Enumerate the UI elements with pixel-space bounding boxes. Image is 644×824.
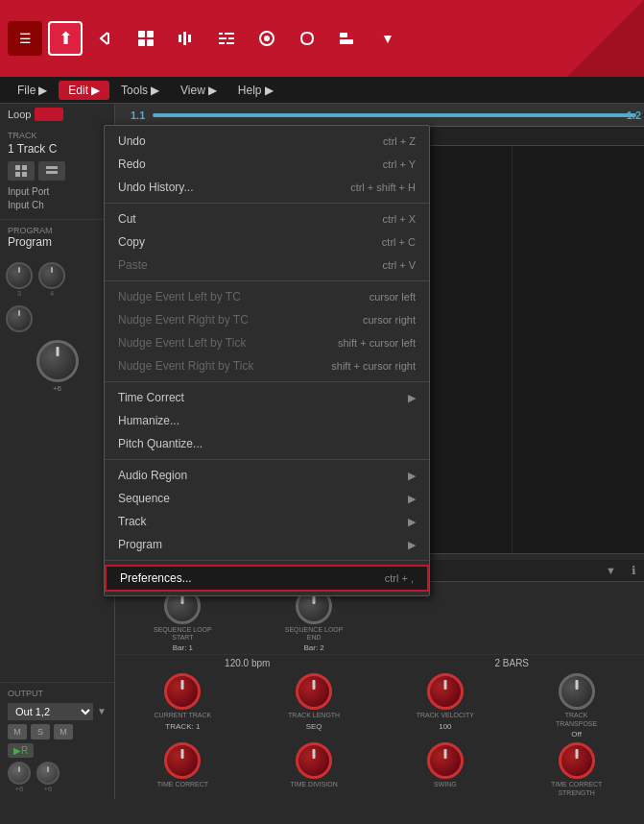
loop-icon [298, 29, 317, 48]
knob-current-track-knob[interactable] [164, 673, 201, 710]
menu-item-time-correct-label: Time Correct [118, 391, 184, 404]
knob-track-length-knob[interactable] [296, 673, 332, 710]
menu-tools-label: Tools [121, 84, 148, 97]
knob-track-length: TRACK LENGTH SEQ [250, 673, 378, 739]
toolbar-btn-4[interactable] [129, 21, 163, 56]
hamburger-icon: ☰ [19, 31, 32, 46]
sequence-arrow-icon: ▶ [408, 493, 416, 505]
separator-4 [105, 459, 429, 460]
menu-item-pitch-quantize[interactable]: Pitch Quantize... [105, 432, 429, 455]
knob-tc-strength-knob[interactable] [559, 742, 595, 779]
menu-item-redo[interactable]: Redo ctrl + Y [105, 153, 429, 176]
knob-swing-label: SWING [434, 781, 457, 788]
knob-swing: SWING [382, 742, 510, 797]
menu-bar: File ▶ Edit ▶ Tools ▶ View ▶ Help ▶ [0, 77, 644, 104]
output-select[interactable]: Out 1,2 [8, 703, 93, 720]
output-label: OUTPUT [8, 689, 107, 698]
menu-file-label: File ▶ [17, 84, 47, 97]
menu-item-sequence-label: Sequence [118, 492, 170, 505]
toolbar-btn-7[interactable] [250, 21, 284, 56]
knob-track-transpose-knob[interactable] [559, 673, 595, 710]
menu-item-preferences[interactable]: Preferences... ctrl + , [105, 565, 429, 592]
svg-rect-22 [46, 166, 58, 169]
menu-item-program[interactable]: Program ▶ [105, 533, 429, 556]
toolbar-btn-9[interactable] [330, 21, 365, 56]
menu-item-sequence[interactable]: Sequence ▶ [105, 487, 429, 510]
menu-item-undo[interactable]: Undo ctrl + Z [105, 130, 429, 153]
input-ch-row: Input Ch [8, 200, 107, 210]
knob-5[interactable] [6, 305, 33, 332]
svg-rect-1 [138, 31, 145, 37]
track-arrow-icon: ▶ [408, 516, 416, 528]
menu-item-time-correct[interactable]: Time Correct ▶ [105, 386, 429, 409]
toolbar-btn-8[interactable] [290, 21, 324, 56]
program-section: PROGRAM Program [0, 219, 114, 254]
expand-btn[interactable]: ▼ [598, 560, 624, 581]
home-icon: ⬆ [59, 28, 73, 49]
menu-item-copy[interactable]: Copy ctrl + C [105, 230, 429, 254]
menu-item-nudge-right-tick-shortcut: shift + cursor right [331, 360, 416, 372]
knob-current-track-val: TRACK: 1 [165, 722, 200, 731]
grid-btn-2[interactable] [38, 161, 65, 181]
loop-label: Loop [8, 109, 31, 120]
menu-edit[interactable]: Edit ▶ [59, 81, 109, 100]
knob-swing-knob[interactable] [427, 742, 464, 779]
knob-track-velocity-val: 100 [439, 722, 451, 731]
knob-track-length-val: SEQ [306, 722, 322, 731]
knob-main[interactable] [36, 340, 79, 382]
separator-1 [105, 203, 429, 204]
svg-rect-21 [22, 172, 27, 177]
solo-button[interactable]: S [31, 724, 50, 739]
routing-button[interactable]: ▶R [8, 743, 34, 758]
knob-seq-loop-start-label: SEQUENCE LOOPSTART [154, 626, 212, 642]
monitor-button[interactable]: M [54, 724, 73, 739]
output-knob-l[interactable] [8, 762, 31, 785]
menu-item-track[interactable]: Track ▶ [105, 510, 429, 533]
menu-item-nudge-right-tick-label: Nudge Event Right by Tick [118, 359, 253, 373]
loop-toggle[interactable] [35, 108, 63, 121]
timeline-track-bar: 1.2 [153, 113, 636, 117]
menu-item-paste: Paste ctrl + V [105, 254, 429, 277]
info-btn[interactable]: ℹ [624, 560, 644, 581]
menu-item-humanize[interactable]: Humanize... [105, 409, 429, 432]
menu-help[interactable]: Help ▶ [228, 81, 283, 100]
mute-button[interactable]: M [8, 724, 27, 739]
ruler-mark-1: 1.1 [123, 109, 153, 121]
menu-item-nudge-right-tick: Nudge Event Right by Tick shift + cursor… [105, 354, 429, 377]
menu-item-undo-history[interactable]: Undo History... ctrl + shift + H [105, 176, 429, 199]
knob-track-velocity-knob[interactable] [427, 673, 464, 710]
grid-btn-1[interactable] [8, 161, 35, 181]
hamburger-button[interactable]: ☰ [8, 21, 42, 56]
tempo-row: 120.0 bpm 2 BARS [115, 654, 644, 671]
knob-3[interactable] [6, 262, 33, 289]
home-button[interactable]: ⬆ [48, 21, 83, 56]
knob-current-track: CURRENT TRACK TRACK: 1 [119, 673, 247, 739]
svg-rect-12 [227, 37, 228, 39]
knob-time-division: TIME DIVISION [250, 742, 378, 797]
menu-file[interactable]: File ▶ [8, 81, 57, 100]
knob-4[interactable] [38, 262, 65, 289]
menu-item-audio-region[interactable]: Audio Region ▶ [105, 464, 429, 487]
toolbar-btn-5[interactable] [169, 21, 203, 56]
svg-point-15 [264, 36, 270, 41]
toolbar-btn-3[interactable] [88, 21, 123, 56]
menu-item-track-label: Track [118, 515, 147, 528]
knob-seq-loop-end-label: SEQUENCE LOOPEND [285, 626, 344, 642]
knob-time-correct-knob[interactable] [164, 742, 201, 779]
menu-item-cut[interactable]: Cut ctrl + X [105, 207, 429, 230]
knob-time-division-knob[interactable] [296, 742, 332, 779]
toolbar-btn-6[interactable] [209, 21, 244, 56]
knob-track-transpose: TRACKTRANSPOSE Off [513, 673, 640, 739]
tools-arrow-icon: ▶ [151, 84, 159, 97]
menu-tools[interactable]: Tools ▶ [111, 81, 169, 100]
menu-item-cut-label: Cut [118, 212, 136, 226]
menu-view[interactable]: View ▶ [171, 81, 227, 100]
program-section-label: PROGRAM [8, 226, 107, 235]
menu-item-preferences-label: Preferences... [120, 571, 192, 585]
toolbar-btn-arrow[interactable]: ▼ [370, 21, 405, 56]
waveform-icon [177, 29, 196, 48]
info-icon: ℹ [632, 564, 636, 577]
svg-rect-4 [147, 39, 154, 46]
menu-item-pitch-quantize-label: Pitch Quantize... [118, 437, 203, 450]
output-knob-r[interactable] [36, 762, 60, 785]
